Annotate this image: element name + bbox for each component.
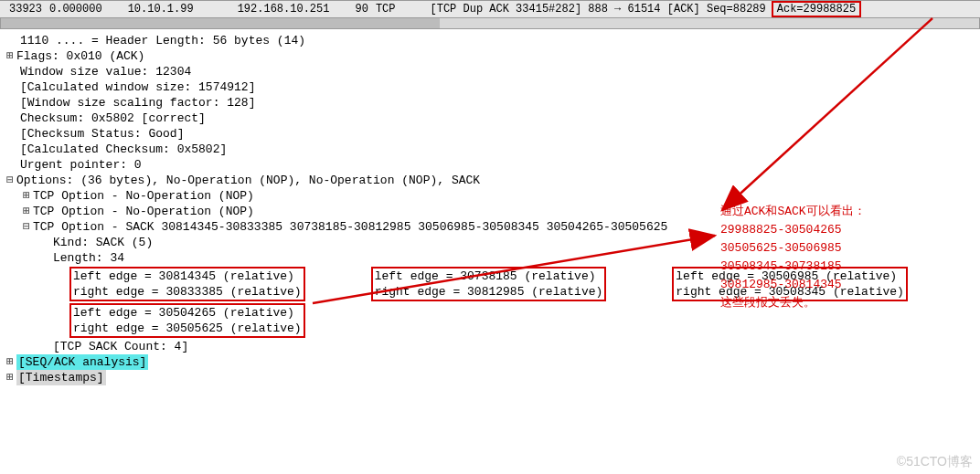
checksum-status-line[interactable]: [Checksum Status: Good] — [4, 126, 976, 142]
sack-edge-group-3[interactable]: left edge = 30504265 (relative)right edg… — [69, 303, 305, 338]
annot-l2: 29988825-30504265 — [720, 221, 866, 239]
ack-highlight: Ack=29988825 — [772, 1, 861, 17]
annotation-note: 通过ACK和SACK可以看出： 29988825-30504265 305056… — [720, 203, 866, 312]
annot-l3: 30505625-30506985 — [720, 239, 866, 258]
sack-edge-group-0[interactable]: left edge = 30814345 (relative)right edg… — [69, 267, 305, 301]
expand-icon[interactable]: ⊞ — [4, 48, 16, 64]
sack-edge-group-1[interactable]: left edge = 30738185 (relative)right edg… — [371, 267, 607, 301]
options-line[interactable]: ⊟Options: (36 bytes), No-Operation (NOP)… — [4, 173, 976, 188]
right-edge-line: right edge = 30812985 (relative) — [375, 284, 603, 300]
expand-icon[interactable]: ⊞ — [20, 188, 33, 204]
seq-ack-analysis-line[interactable]: ⊞[SEQ/ACK analysis] — [4, 354, 976, 370]
horizontal-scrollbar[interactable] — [0, 18, 980, 29]
timestamps-line[interactable]: ⊞[Timestamps] — [4, 370, 976, 385]
nop1-line[interactable]: ⊞TCP Option - No-Operation (NOP) — [4, 188, 976, 204]
expand-icon[interactable]: ⊞ — [4, 370, 16, 385]
urgent-pointer-line[interactable]: Urgent pointer: 0 — [4, 157, 976, 173]
watermark: ©51CTO博客 — [897, 454, 973, 470]
left-edge-line: left edge = 30814345 (relative) — [73, 269, 302, 284]
flags-line[interactable]: ⊞Flags: 0x010 (ACK) — [4, 48, 976, 64]
annot-l6: 这些段报文丢失。 — [720, 294, 866, 312]
calculated-checksum-line[interactable]: [Calculated Checksum: 0x5802] — [4, 142, 976, 157]
window-size-value-line[interactable]: Window size value: 12304 — [4, 64, 976, 79]
window-scaling-line[interactable]: [Window size scaling factor: 128] — [4, 95, 976, 111]
annot-l5: 30812985-30814345 — [720, 276, 866, 294]
col-proto: TCP — [372, 3, 399, 16]
collapse-icon[interactable]: ⊟ — [20, 219, 33, 235]
expand-icon[interactable]: ⊞ — [20, 204, 33, 219]
col-num: 33923 — [5, 3, 46, 16]
left-edge-line: left edge = 30504265 (relative) — [73, 305, 302, 321]
annot-l4: 30508345-30738185 — [720, 258, 866, 276]
sack-count-line[interactable]: [TCP SACK Count: 4] — [4, 339, 976, 354]
left-edge-line: left edge = 30738185 (relative) — [375, 269, 603, 284]
expand-icon[interactable]: ⊞ — [4, 354, 16, 370]
packet-list-row[interactable]: 33923 0.000000 10.10.1.99 192.168.10.251… — [0, 0, 980, 18]
col-info: [TCP Dup ACK 33415#282] 888 → 61514 [ACK… — [426, 3, 769, 16]
right-edge-line: right edge = 30505625 (relative) — [73, 321, 302, 336]
header-length-line[interactable]: 1110 .... = Header Length: 56 bytes (14) — [4, 33, 976, 48]
col-src: 10.10.1.99 — [124, 3, 197, 16]
checksum-line[interactable]: Checksum: 0x5802 [correct] — [4, 111, 976, 126]
col-time: 0.000000 — [46, 3, 106, 16]
col-dst: 192.168.10.251 — [234, 3, 334, 16]
right-edge-line: right edge = 30833385 (relative) — [73, 284, 302, 300]
collapse-icon[interactable]: ⊟ — [4, 173, 16, 188]
calculated-window-size-line[interactable]: [Calculated window size: 1574912] — [4, 79, 976, 95]
annot-l1: 通过ACK和SACK可以看出： — [720, 203, 866, 221]
col-len: 90 — [351, 3, 371, 16]
